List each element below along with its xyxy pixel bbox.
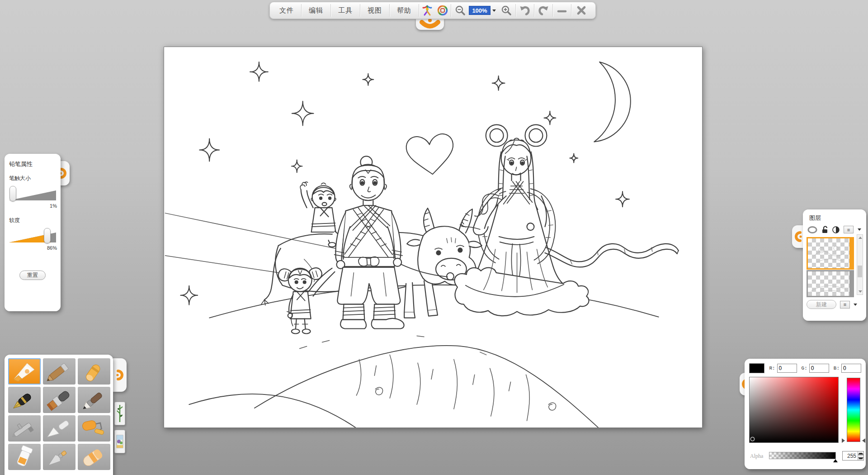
- softness-label: 软度: [9, 217, 56, 224]
- tool-paintbrush[interactable]: [43, 387, 75, 413]
- softness-slider[interactable]: [9, 228, 57, 244]
- zoom-in-button[interactable]: [498, 2, 515, 19]
- saturation-value-square[interactable]: [749, 377, 839, 443]
- blue-field[interactable]: [841, 364, 861, 373]
- toolbar-separator: [330, 4, 331, 17]
- tool-palette-handle[interactable]: [113, 358, 127, 392]
- close-icon: [576, 5, 587, 16]
- orange-handle-icon: [115, 369, 124, 381]
- spinner-down-button[interactable]: [858, 456, 863, 460]
- red-field[interactable]: [777, 364, 797, 373]
- fountain-pen-icon: [8, 387, 41, 413]
- main-toolbar: 文件 编辑 工具 视图 帮助: [269, 2, 596, 19]
- picture-icon: [116, 432, 123, 451]
- spinner-up-button[interactable]: [858, 451, 863, 456]
- bamboo-stamp-button[interactable]: [114, 402, 125, 425]
- zoom-out-icon: [454, 5, 466, 16]
- tool-sharp-pencil[interactable]: [8, 358, 41, 385]
- bamboo-icon: [116, 404, 123, 423]
- new-layer-button[interactable]: 新建: [807, 300, 836, 309]
- picture-stamp-button[interactable]: [114, 430, 125, 453]
- layer-item-2[interactable]: [807, 270, 854, 297]
- milky-way-river: [189, 336, 598, 428]
- toolbar-separator: [419, 4, 419, 17]
- pencil-panel-title: 铅笔属性: [9, 160, 56, 168]
- menu-edit[interactable]: 编辑: [302, 2, 330, 19]
- brush-size-value: 1%: [9, 203, 57, 209]
- crayon-icon: [78, 359, 110, 385]
- menu-help[interactable]: 帮助: [390, 2, 418, 19]
- tool-ink-brush[interactable]: [78, 387, 110, 413]
- unlock-icon[interactable]: [821, 226, 828, 233]
- clown-smile-icon: [416, 18, 444, 30]
- close-button[interactable]: [572, 2, 591, 19]
- scrollbar-thumb[interactable]: [858, 266, 862, 277]
- red-label: R:: [769, 366, 775, 371]
- orange-handle-icon: [794, 230, 803, 243]
- reset-button[interactable]: 重置: [19, 271, 46, 280]
- zoom-level-field[interactable]: 100%: [469, 6, 491, 15]
- minimize-button[interactable]: [553, 2, 571, 19]
- cloud: [454, 268, 589, 316]
- opacity-icon[interactable]: [832, 226, 840, 233]
- alpha-slider[interactable]: [769, 452, 836, 459]
- layers-options-button[interactable]: ≡: [840, 301, 850, 309]
- toolbar-separator: [552, 4, 553, 17]
- softness-slider-handle[interactable]: [44, 228, 51, 243]
- ink-brush-icon: [78, 387, 110, 413]
- paint-bottle-icon: [8, 444, 41, 470]
- tool-eraser[interactable]: [78, 444, 110, 470]
- minimize-icon: [557, 5, 567, 16]
- chevron-down-icon[interactable]: [854, 304, 857, 306]
- tool-fountain-pen[interactable]: [8, 387, 41, 413]
- toolbar-drag-handle[interactable]: [416, 18, 444, 30]
- logo-palette-icon[interactable]: [435, 2, 450, 19]
- alpha-spinner[interactable]: 255: [842, 451, 864, 461]
- toolbar-separator: [451, 4, 451, 17]
- menu-tools[interactable]: 工具: [331, 2, 359, 19]
- brush-size-slider[interactable]: [9, 186, 57, 202]
- color-marker[interactable]: [750, 437, 755, 441]
- undo-button[interactable]: [516, 2, 533, 19]
- palette-knife-icon: [43, 416, 75, 442]
- menu-file[interactable]: 文件: [273, 2, 301, 19]
- hue-marker-left-icon[interactable]: [842, 438, 845, 443]
- eraser-icon: [78, 444, 110, 470]
- tool-airbrush[interactable]: [8, 415, 41, 442]
- tool-palette-knife[interactable]: [43, 415, 75, 442]
- scroll-down-icon[interactable]: [859, 290, 862, 293]
- brush-size-label: 笔触大小: [9, 175, 56, 182]
- tool-paint-roller[interactable]: [78, 415, 110, 442]
- zoom-out-button[interactable]: [452, 2, 469, 19]
- hue-slider[interactable]: [847, 378, 860, 442]
- menu-view[interactable]: 视图: [361, 2, 389, 19]
- chevron-down-icon[interactable]: [858, 228, 861, 231]
- toolbar-separator: [301, 4, 302, 17]
- drawing-canvas[interactable]: [164, 47, 703, 428]
- layer-item-1[interactable]: [807, 237, 854, 270]
- alpha-marker-icon[interactable]: [833, 459, 838, 462]
- pencil-properties-panel: 铅笔属性 笔触大小 1% 软度 86% 重置: [5, 154, 61, 311]
- brush-size-slider-handle[interactable]: [9, 186, 16, 201]
- tool-metal-pen[interactable]: [43, 444, 75, 470]
- tool-paint-bottle[interactable]: [8, 444, 41, 470]
- layer-menu-button[interactable]: ≡: [844, 226, 854, 233]
- scroll-up-icon[interactable]: [859, 237, 862, 239]
- green-label: G:: [802, 366, 807, 371]
- layer-2-sketch: [808, 271, 849, 296]
- logo-figure-icon[interactable]: [420, 2, 435, 19]
- visibility-icon[interactable]: [807, 226, 817, 233]
- green-field[interactable]: [809, 364, 829, 373]
- toolbar-separator: [534, 4, 534, 17]
- tool-wood-pencil[interactable]: [43, 358, 75, 385]
- paint-roller-icon: [78, 416, 110, 442]
- crescent-moon: [594, 62, 631, 142]
- layer-1-sketch: [808, 238, 849, 268]
- airbrush-icon: [8, 416, 41, 442]
- softness-value: 86%: [9, 245, 57, 251]
- redo-button[interactable]: [535, 2, 552, 19]
- tool-crayon[interactable]: [78, 358, 110, 385]
- zoom-dropdown-button[interactable]: [491, 6, 498, 15]
- layers-scrollbar[interactable]: [857, 234, 863, 295]
- hue-marker-right-icon[interactable]: [862, 438, 865, 443]
